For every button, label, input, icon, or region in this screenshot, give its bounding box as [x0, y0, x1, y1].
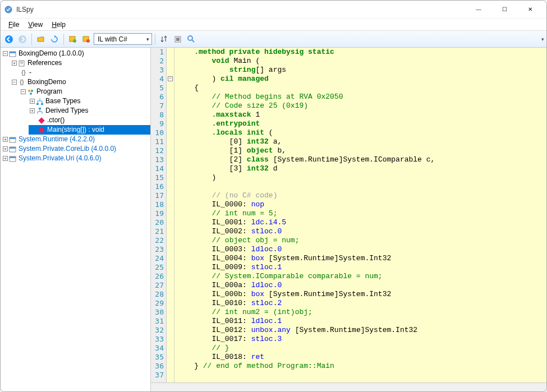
language-dropdown[interactable]: IL with C#: [94, 33, 152, 45]
code-line[interactable]: // System.IComparable comparable = num;: [177, 272, 546, 281]
tree-class-program[interactable]: −Program: [20, 87, 150, 96]
horizontal-scrollbar[interactable]: [151, 382, 546, 391]
code-line[interactable]: } // end of method Program::Main: [177, 362, 546, 371]
line-number: 26: [152, 272, 164, 281]
class-icon: [26, 87, 35, 96]
line-number: 7: [152, 102, 164, 110]
tree-assembly-uri[interactable]: +System.Private.Uri (4.0.6.0): [2, 154, 150, 163]
code-line[interactable]: IL_0002: stloc.0: [177, 227, 546, 236]
line-number: 10: [152, 128, 164, 137]
window-controls: — ☐ ✕: [466, 1, 543, 18]
code-line[interactable]: .locals init (: [177, 128, 546, 137]
code-line[interactable]: void Main (: [177, 57, 546, 66]
code-line[interactable]: [2] class [System.Runtime]System.ICompar…: [177, 155, 546, 164]
menu-file[interactable]: File: [4, 20, 24, 30]
maximize-button[interactable]: ☐: [491, 1, 517, 18]
line-number: 16: [152, 182, 164, 191]
code-line[interactable]: {: [177, 84, 546, 93]
svg-rect-19: [41, 103, 43, 105]
fold-toggle[interactable]: −: [168, 76, 173, 81]
sort-button[interactable]: [158, 33, 171, 45]
tree-dash[interactable]: {}-: [11, 68, 150, 77]
search-button[interactable]: [185, 33, 197, 45]
open-button[interactable]: [35, 33, 47, 45]
code-line[interactable]: .maxstack 1: [177, 110, 546, 119]
code-line[interactable]: // Method begins at RVA 0x2050: [177, 93, 546, 102]
svg-rect-28: [10, 156, 16, 158]
code-line[interactable]: // int num = 5;: [177, 209, 546, 218]
code-line[interactable]: [1] object b,: [177, 146, 546, 155]
tree-namespace-boxingdemo[interactable]: −{}BoxingDemo: [11, 77, 150, 87]
assembly-list-button[interactable]: [67, 33, 79, 45]
code-line[interactable]: [3] int32 d: [177, 164, 546, 173]
code-line[interactable]: IL_0018: ret: [177, 353, 546, 362]
code-line[interactable]: IL_0012: unbox.any [System.Runtime]Syste…: [177, 326, 546, 335]
line-number: 28: [152, 290, 164, 299]
code-area[interactable]: 1234567891011121314151617181920212223242…: [151, 48, 546, 382]
code-line[interactable]: IL_0011: ldloc.1: [177, 317, 546, 326]
svg-rect-11: [10, 52, 16, 53]
tree-method-main[interactable]: Main(string[]) : void: [29, 125, 150, 135]
tree-derived-types[interactable]: +Derived Types: [29, 106, 150, 116]
app-icon: [4, 5, 13, 14]
namespace-icon: {}: [17, 78, 26, 87]
code-line[interactable]: [177, 371, 546, 380]
tree-references[interactable]: +References: [11, 58, 150, 68]
tree-panel[interactable]: − BoxingDemo (1.0.0.0) +References {}- −…: [1, 48, 151, 391]
code-line[interactable]: IL_0017: stloc.3: [177, 335, 546, 344]
code-line[interactable]: // }: [177, 344, 546, 353]
svg-rect-26: [10, 147, 16, 149]
tree-assembly-corelib[interactable]: +System.Private.CoreLib (4.0.0.0): [2, 144, 150, 154]
assembly-icon: [8, 154, 17, 163]
close-button[interactable]: ✕: [517, 1, 543, 18]
code-line[interactable]: .method private hidebysig static: [177, 48, 546, 57]
tree-label: Base Types: [45, 96, 80, 106]
code-line[interactable]: [0] int32 a,: [177, 137, 546, 146]
tree-base-types[interactable]: +Base Types: [29, 96, 150, 106]
line-number: 37: [152, 371, 164, 380]
code-line[interactable]: // Code size 25 (0x19): [177, 102, 546, 110]
nuget-button[interactable]: [80, 33, 93, 45]
code-line[interactable]: .entrypoint: [177, 119, 546, 128]
code-line[interactable]: ): [177, 173, 546, 182]
code-lines[interactable]: .method private hidebysig static void Ma…: [174, 48, 546, 382]
code-line[interactable]: IL_0000: nop: [177, 200, 546, 209]
code-line[interactable]: IL_0003: ldloc.0: [177, 245, 546, 254]
tree-label: BoxingDemo (1.0.0.0): [19, 49, 84, 58]
menu-help[interactable]: Help: [47, 20, 70, 30]
code-line[interactable]: // (no C# code): [177, 191, 546, 200]
line-number: 23: [152, 245, 164, 254]
show-internal-button[interactable]: [172, 33, 184, 45]
code-line[interactable]: ) cil managed: [177, 75, 546, 84]
code-line[interactable]: IL_0009: stloc.1: [177, 263, 546, 272]
tree-assembly-boxingdemo[interactable]: − BoxingDemo (1.0.0.0): [2, 49, 150, 58]
forward-button[interactable]: [16, 33, 29, 45]
code-line[interactable]: IL_0001: ldc.i4.5: [177, 218, 546, 227]
line-number: 21: [152, 227, 164, 236]
tree-label: System.Private.Uri (4.0.6.0): [19, 154, 101, 163]
code-line[interactable]: IL_0010: stloc.2: [177, 299, 546, 308]
refresh-button[interactable]: [48, 33, 61, 45]
minimize-button[interactable]: —: [466, 1, 491, 18]
menu-view[interactable]: View: [24, 20, 47, 30]
fold-column: −: [167, 48, 174, 382]
back-button[interactable]: [3, 33, 15, 45]
svg-point-4: [73, 39, 76, 43]
line-number: 15: [152, 173, 164, 182]
code-line[interactable]: IL_0004: box [System.Runtime]System.Int3…: [177, 254, 546, 263]
code-line[interactable]: string[] args: [177, 66, 546, 75]
namespace-icon: {}: [19, 68, 28, 77]
tree-method-ctor[interactable]: .ctor(): [29, 116, 150, 125]
code-line[interactable]: [177, 182, 546, 191]
toolbar-overflow-icon[interactable]: ▾: [541, 36, 544, 42]
code-line[interactable]: IL_000a: ldloc.0: [177, 281, 546, 290]
tree-assembly-runtime[interactable]: +System.Runtime (4.2.2.0): [2, 135, 150, 144]
code-line[interactable]: // int num2 = (int)obj;: [177, 308, 546, 317]
svg-point-2: [19, 35, 26, 43]
derivedtypes-icon: [35, 107, 44, 116]
code-line[interactable]: IL_000b: box [System.Runtime]System.Int3…: [177, 290, 546, 299]
line-number: 1: [152, 48, 164, 57]
code-line[interactable]: // object obj = num;: [177, 236, 546, 245]
toolbar-separator: [155, 34, 155, 45]
line-number: 36: [152, 362, 164, 371]
